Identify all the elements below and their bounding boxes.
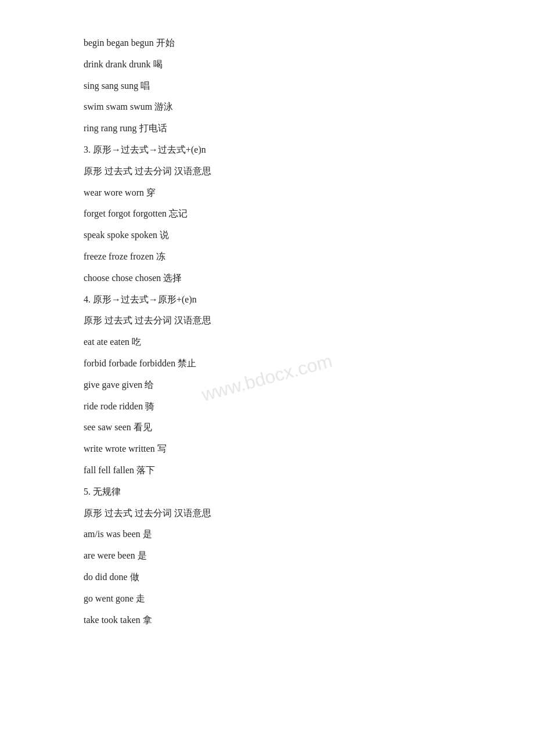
content-line: take took taken 拿 xyxy=(84,612,450,629)
content-line: give gave given 给 xyxy=(84,377,450,394)
content-line: write wrote written 写 xyxy=(84,441,450,458)
content-line: eat ate eaten 吃 xyxy=(84,334,450,351)
content-line: freeze froze frozen 冻 xyxy=(84,249,450,265)
content-line: choose chose chosen 选择 xyxy=(84,270,450,287)
content-line: 原形 过去式 过去分词 汉语意思 xyxy=(84,163,450,180)
content-line: 4. 原形→过去式→原形+(e)n xyxy=(84,291,450,308)
content-line: 5. 无规律 xyxy=(84,484,450,501)
content-line: ride rode ridden 骑 xyxy=(84,398,450,415)
page-content: begin began begun 开始drink drank drunk 喝s… xyxy=(0,0,534,668)
content-line: are were been 是 xyxy=(84,548,450,564)
content-line: forbid forbade forbidden 禁止 xyxy=(84,355,450,372)
content-line: go went gone 走 xyxy=(84,591,450,607)
content-line: 原形 过去式 过去分词 汉语意思 xyxy=(84,312,450,329)
content-line: 原形 过去式 过去分词 汉语意思 xyxy=(84,505,450,522)
content-line: do did done 做 xyxy=(84,569,450,586)
content-line: see saw seen 看见 xyxy=(84,419,450,436)
content-line: wear wore worn 穿 xyxy=(84,185,450,201)
content-line: begin began begun 开始 xyxy=(84,35,450,52)
content-line: drink drank drunk 喝 xyxy=(84,56,450,73)
content-line: sing sang sung 唱 xyxy=(84,78,450,95)
content-line: am/is was been 是 xyxy=(84,526,450,543)
content-line: 3. 原形→过去式→过去式+(e)n xyxy=(84,142,450,159)
content-line: ring rang rung 打电话 xyxy=(84,120,450,137)
content-line: forget forgot forgotten 忘记 xyxy=(84,206,450,222)
content-line: speak spoke spoken 说 xyxy=(84,227,450,244)
content-line: swim swam swum 游泳 xyxy=(84,99,450,116)
content-line: fall fell fallen 落下 xyxy=(84,462,450,479)
